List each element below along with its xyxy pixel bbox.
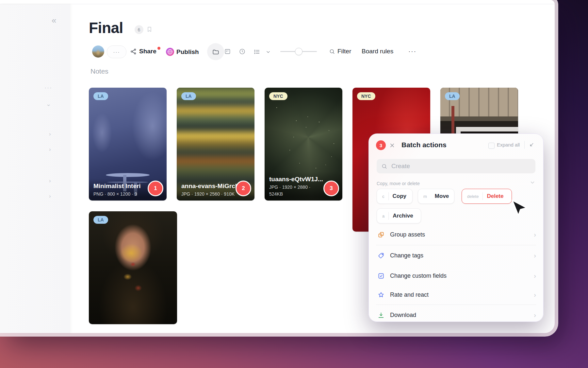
toolbar-overflow-button[interactable]: ··· (408, 48, 416, 55)
divider (376, 245, 536, 245)
chevron-down-icon[interactable]: ⌄ (46, 101, 51, 107)
location-tag[interactable]: NYC (269, 92, 287, 100)
asset-card[interactable]: LA Minimalist Interi PNG · 800 × 1200 · … (89, 88, 167, 201)
group-assets-icon (377, 231, 385, 238)
zoom-slider-handle[interactable] (295, 48, 302, 55)
shortcut-key: c (382, 194, 384, 199)
location-tag[interactable]: LA (445, 92, 460, 100)
menu-label: Download (390, 312, 534, 319)
notes-section-label: Notes (90, 67, 108, 75)
tags-icon (377, 252, 385, 259)
bookmark-icon[interactable] (146, 26, 153, 33)
divider (482, 192, 483, 200)
members-more-button[interactable]: ··· (107, 45, 126, 58)
asset-card[interactable]: LA (89, 211, 177, 324)
shortcut-key: m (423, 194, 427, 199)
app-window: « ··· ⌄ › › › › Final 6 ··· Share Publis… (0, 0, 555, 333)
chevron-right-icon: › (534, 311, 536, 319)
chevron-right-icon: › (534, 252, 536, 259)
publish-label: Publish (176, 48, 199, 56)
folder-icon (212, 48, 220, 56)
menu-item-change-tags[interactable]: Change tags › (369, 247, 543, 264)
selection-number-badge: 1 (148, 181, 163, 196)
move-label: Move (435, 193, 449, 200)
search-input[interactable] (391, 162, 531, 170)
menu-label: Change custom fields (390, 272, 534, 279)
sidebar-expand-icon[interactable]: › (49, 147, 51, 152)
location-tag[interactable]: NYC (357, 92, 375, 100)
asset-thumbnail (89, 211, 177, 324)
create-search-field[interactable] (377, 159, 535, 173)
divider (376, 305, 536, 305)
filter-label: Filter (337, 48, 351, 55)
filter-button[interactable]: Filter (329, 48, 351, 55)
chevron-down-icon[interactable] (266, 49, 271, 55)
avatar[interactable] (92, 45, 104, 58)
selection-number-badge: 2 (236, 181, 251, 196)
close-icon[interactable] (389, 142, 395, 149)
share-notification-dot (157, 47, 160, 50)
asset-card[interactable]: LA anna-evans-MiGrch JPG · 1920 × 2560 ·… (177, 88, 254, 201)
sidebar: « ··· ⌄ › › › › (0, 4, 70, 333)
clock-icon[interactable] (239, 48, 246, 55)
panel-title: Batch actions (401, 141, 447, 149)
sidebar-expand-icon[interactable]: › (49, 193, 51, 199)
expand-all-checkbox[interactable] (488, 143, 495, 149)
sidebar-expand-icon[interactable]: › (49, 178, 51, 184)
divider (524, 141, 525, 149)
selected-count-badge: 3 (376, 140, 386, 150)
thumbnail-shape (276, 107, 277, 108)
menu-label: Rate and react (390, 291, 534, 298)
batch-actions-panel: 3 Batch actions Expand all Copy, move or… (368, 133, 544, 322)
gallery-view-button[interactable] (207, 43, 224, 60)
sidebar-collapse-icon[interactable]: « (52, 16, 56, 25)
window-top-strip (0, 0, 555, 4)
checked-box-icon (377, 272, 385, 280)
sidebar-overflow-icon[interactable]: ··· (44, 85, 52, 91)
share-button[interactable]: Share (130, 48, 156, 55)
location-tag[interactable]: LA (93, 92, 108, 100)
asset-card[interactable]: NYC tuaans-eQtvW1J... JPG · 1920 × 2880 … (265, 88, 342, 201)
archive-button[interactable]: a Archive (377, 208, 421, 223)
archive-label: Archive (393, 213, 413, 219)
chevron-right-icon: › (534, 291, 536, 299)
publish-globe-icon (166, 48, 174, 56)
shortcut-key: delete (467, 194, 479, 199)
search-icon (329, 48, 335, 55)
menu-item-change-custom-fields[interactable]: Change custom fields › (369, 267, 543, 284)
shortcut-key: a (382, 214, 384, 219)
search-icon (381, 163, 387, 169)
share-label: Share (139, 48, 156, 55)
delete-button[interactable]: delete Delete (462, 189, 512, 204)
expand-all-label[interactable]: Expand all (497, 142, 520, 148)
divider (388, 192, 389, 200)
move-button[interactable]: m Move (418, 189, 454, 204)
copy-label: Copy (393, 193, 407, 200)
mouse-cursor (510, 199, 529, 220)
board-rules-button[interactable]: Board rules (362, 48, 393, 55)
page-title: Final (89, 19, 123, 37)
share-icon (130, 48, 137, 55)
list-view-icon[interactable] (253, 48, 260, 55)
selection-number-badge: 3 (323, 181, 339, 196)
kanban-view-icon[interactable] (224, 48, 231, 55)
sidebar-expand-icon[interactable]: › (49, 131, 51, 137)
publish-button[interactable]: Publish (166, 48, 199, 56)
menu-item-rate-and-react[interactable]: Rate and react › (369, 286, 543, 303)
section-label: Copy, move or delete (377, 181, 420, 186)
board-rules-label: Board rules (362, 48, 393, 55)
copy-button[interactable]: c Copy (377, 189, 413, 204)
location-tag[interactable]: LA (93, 216, 108, 224)
thumbnail-shape (106, 173, 149, 177)
chevron-down-icon[interactable] (530, 180, 535, 185)
divider (388, 212, 389, 220)
download-icon (377, 311, 385, 319)
menu-item-download[interactable]: Download › (369, 307, 543, 322)
chevron-right-icon: › (534, 231, 536, 238)
menu-item-group-assets[interactable]: Group assets › (369, 226, 543, 243)
star-icon (377, 291, 385, 299)
collapse-panel-icon[interactable] (528, 142, 535, 148)
location-tag[interactable]: LA (181, 92, 196, 100)
delete-label: Delete (487, 193, 503, 200)
asset-count-badge: 6 (135, 25, 143, 34)
